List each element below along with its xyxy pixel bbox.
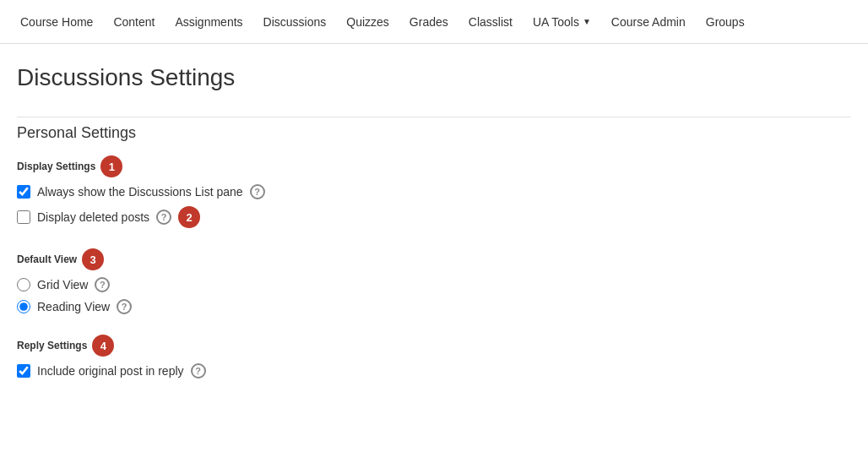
grid-view-label: Grid View [37,278,88,291]
display-settings-section: Display Settings 1 Always show the Discu… [17,155,851,228]
nav-course-home[interactable]: Course Home [10,0,103,43]
default-view-section: Default View 3 Grid View ? Reading View … [17,248,851,314]
default-view-label: Default View 3 [17,248,851,270]
display-deleted-help-icon[interactable]: ? [156,210,171,225]
nav-discussions[interactable]: Discussions [253,0,337,43]
display-deleted-row: Display deleted posts ? 2 [17,206,851,228]
always-show-help-icon[interactable]: ? [250,184,265,199]
nav-classlist[interactable]: Classlist [458,0,523,43]
include-original-row: Include original post in reply ? [17,363,851,379]
badge-3: 3 [82,248,104,270]
chevron-down-icon: ▼ [583,17,591,26]
include-original-help-icon[interactable]: ? [191,363,206,379]
badge-2: 2 [178,206,200,228]
badge-4: 4 [92,335,114,357]
always-show-label: Always show the Discussions List pane [37,185,243,199]
grid-view-help-icon[interactable]: ? [95,277,110,292]
include-original-label: Include original post in reply [37,364,184,378]
grid-view-radio[interactable] [17,278,30,291]
divider [17,117,851,117]
reading-view-row: Reading View ? [17,299,851,314]
badge-1: 1 [100,155,122,177]
top-navigation: Course Home Content Assignments Discussi… [0,0,868,44]
reply-settings-label: Reply Settings 4 [17,335,851,357]
always-show-row: Always show the Discussions List pane ? [17,184,851,199]
nav-quizzes[interactable]: Quizzes [336,0,399,43]
nav-ua-tools[interactable]: UA Tools ▼ [523,0,601,43]
reading-view-radio[interactable] [17,300,30,313]
nav-content[interactable]: Content [103,0,165,43]
ua-tools-label: UA Tools [533,15,579,29]
nav-grades[interactable]: Grades [399,0,458,43]
reading-view-label: Reading View [37,300,110,313]
display-settings-label: Display Settings 1 [17,155,851,177]
nav-assignments[interactable]: Assignments [165,0,252,43]
display-deleted-checkbox[interactable] [17,210,30,224]
always-show-checkbox[interactable] [17,185,30,199]
page-title: Discussions Settings [17,64,851,91]
display-deleted-label: Display deleted posts [37,210,149,224]
grid-view-row: Grid View ? [17,277,851,292]
nav-course-admin[interactable]: Course Admin [601,0,696,43]
reply-settings-section: Reply Settings 4 Include original post i… [17,335,851,379]
personal-settings-heading: Personal Settings [17,124,851,142]
reading-view-help-icon[interactable]: ? [117,299,132,314]
include-original-checkbox[interactable] [17,364,30,378]
main-content: Discussions Settings Personal Settings D… [0,44,868,419]
nav-groups[interactable]: Groups [696,0,755,43]
